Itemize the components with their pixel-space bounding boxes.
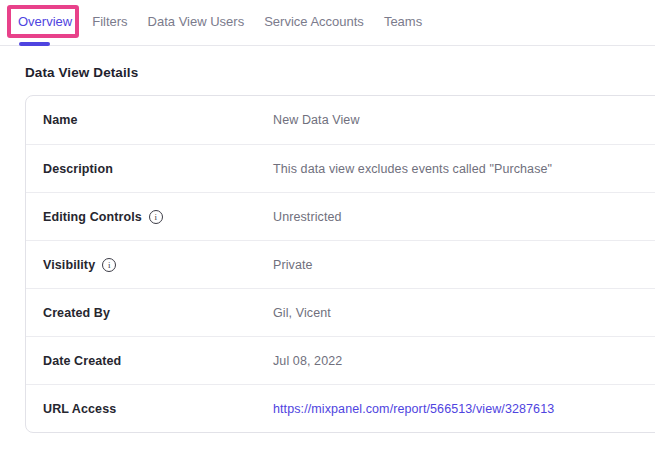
visibility-value: Private — [273, 258, 655, 272]
detail-row-editing-controls: Editing Controls i Unrestricted — [26, 192, 655, 240]
visibility-label-text: Visibility — [43, 258, 95, 272]
tab-teams-label: Teams — [384, 14, 422, 29]
visibility-label: Visibility i — [43, 258, 273, 272]
tab-data-view-users-label: Data View Users — [148, 14, 245, 29]
tab-service-accounts[interactable]: Service Accounts — [264, 14, 364, 45]
active-tab-indicator — [19, 42, 50, 46]
url-access-value: https://mixpanel.com/report/566513/view/… — [273, 402, 655, 416]
tab-filters[interactable]: Filters — [92, 14, 127, 45]
name-value: New Data View — [273, 113, 655, 127]
tab-teams[interactable]: Teams — [384, 14, 422, 45]
page-title: Data View Details — [25, 65, 655, 80]
tab-service-accounts-label: Service Accounts — [264, 14, 364, 29]
data-view-url-link[interactable]: https://mixpanel.com/report/566513/view/… — [273, 402, 554, 416]
created-by-label: Created By — [43, 306, 273, 320]
name-label: Name — [43, 113, 273, 127]
date-created-value: Jul 08, 2022 — [273, 354, 655, 368]
tab-filters-label: Filters — [92, 14, 127, 29]
data-view-details-card: Name New Data View Description This data… — [25, 95, 655, 433]
info-icon[interactable]: i — [102, 258, 116, 272]
editing-controls-value: Unrestricted — [273, 210, 655, 224]
editing-controls-label: Editing Controls i — [43, 210, 273, 224]
detail-row-visibility: Visibility i Private — [26, 240, 655, 288]
detail-row-created-by: Created By Gil, Vicent — [26, 288, 655, 336]
tab-overview[interactable]: Overview — [18, 14, 72, 45]
tab-bar: Overview Filters Data View Users Service… — [0, 0, 655, 46]
detail-row-date-created: Date Created Jul 08, 2022 — [26, 336, 655, 384]
created-by-value: Gil, Vicent — [273, 306, 655, 320]
info-icon[interactable]: i — [149, 210, 163, 224]
detail-row-description: Description This data view excludes even… — [26, 144, 655, 192]
editing-controls-label-text: Editing Controls — [43, 210, 142, 224]
url-access-label: URL Access — [43, 402, 273, 416]
description-label: Description — [43, 162, 273, 176]
date-created-label: Date Created — [43, 354, 273, 368]
description-value: This data view excludes events called "P… — [273, 162, 655, 176]
detail-row-url-access: URL Access https://mixpanel.com/report/5… — [26, 384, 655, 432]
settings-page: Overview Filters Data View Users Service… — [0, 0, 655, 466]
tab-data-view-users[interactable]: Data View Users — [148, 14, 245, 45]
tab-overview-label: Overview — [18, 14, 72, 29]
detail-row-name: Name New Data View — [26, 96, 655, 144]
